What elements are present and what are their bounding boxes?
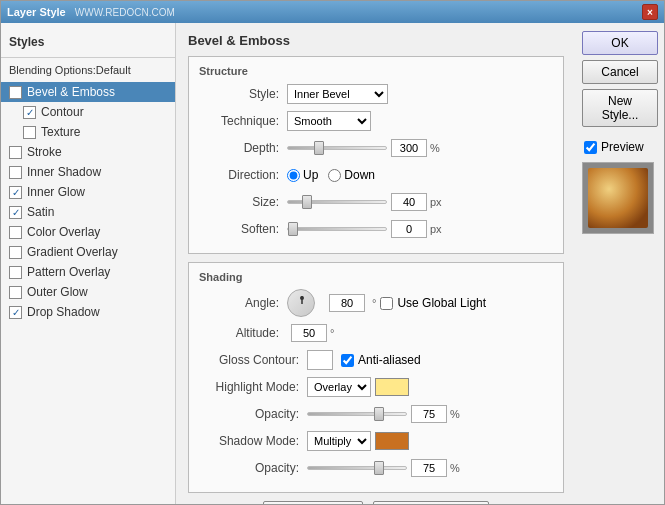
size-unit: px (430, 196, 442, 208)
shadow-color-swatch[interactable] (375, 432, 409, 450)
shading-section: Shading Angle: ° (188, 262, 564, 493)
gradient-overlay-checkbox[interactable] (9, 246, 22, 259)
altitude-input[interactable] (291, 324, 327, 342)
sidebar-item-label: Inner Shadow (27, 165, 101, 179)
sidebar-item-gradient-overlay[interactable]: Gradient Overlay (1, 242, 175, 262)
style-row: Style: Inner Bevel Outer Bevel Emboss Pi… (199, 83, 553, 105)
size-row: Size: px (199, 191, 553, 213)
close-button[interactable]: × (642, 4, 658, 20)
highlight-opacity-label: Opacity: (199, 407, 299, 421)
section-header: Bevel & Emboss (188, 33, 564, 48)
sidebar-item-pattern-overlay[interactable]: Pattern Overlay (1, 262, 175, 282)
outer-glow-checkbox[interactable] (9, 286, 22, 299)
highlight-mode-row: Highlight Mode: Overlay Normal Multiply … (199, 376, 553, 398)
highlight-mode-select[interactable]: Overlay Normal Multiply Screen (307, 377, 371, 397)
sidebar-item-inner-shadow[interactable]: Inner Shadow (1, 162, 175, 182)
direction-row: Direction: Up Down (199, 164, 553, 186)
angle-widget[interactable] (287, 289, 315, 317)
sidebar-item-bevel-emboss[interactable]: ✓ Bevel & Emboss (1, 82, 175, 102)
sidebar-item-satin[interactable]: ✓ Satin (1, 202, 175, 222)
style-select[interactable]: Inner Bevel Outer Bevel Emboss Pillow Em… (287, 84, 388, 104)
gloss-contour-row: Gloss Contour: Anti-aliased (199, 349, 553, 371)
direction-label: Direction: (199, 168, 279, 182)
angle-row: Angle: ° U (199, 289, 553, 317)
global-light-checkbox[interactable] (380, 297, 393, 310)
color-overlay-checkbox[interactable] (9, 226, 22, 239)
depth-label: Depth: (199, 141, 279, 155)
sidebar-item-outer-glow[interactable]: Outer Glow (1, 282, 175, 302)
style-label: Style: (199, 87, 279, 101)
depth-input[interactable] (391, 139, 427, 157)
technique-label: Technique: (199, 114, 279, 128)
sidebar-divider (1, 57, 175, 58)
reset-to-default-button[interactable]: Reset to Default (373, 501, 489, 504)
preview-area (582, 162, 654, 234)
shadow-opacity-label: Opacity: (199, 461, 299, 475)
cancel-button[interactable]: Cancel (582, 60, 658, 84)
texture-checkbox[interactable] (23, 126, 36, 139)
highlight-opacity-input[interactable] (411, 405, 447, 423)
angle-input[interactable] (329, 294, 365, 312)
bevel-emboss-checkbox[interactable]: ✓ (9, 86, 22, 99)
satin-checkbox[interactable]: ✓ (9, 206, 22, 219)
blending-options-label: Blending Options:Default (1, 62, 175, 78)
drop-shadow-checkbox[interactable]: ✓ (9, 306, 22, 319)
technique-row: Technique: Smooth Chisel Hard Chisel Sof… (199, 110, 553, 132)
angle-label: Angle: (199, 296, 279, 310)
sidebar-item-inner-glow[interactable]: ✓ Inner Glow (1, 182, 175, 202)
soften-slider[interactable] (287, 227, 387, 231)
size-input[interactable] (391, 193, 427, 211)
sidebar-item-stroke[interactable]: Stroke (1, 142, 175, 162)
highlight-color-swatch[interactable] (375, 378, 409, 396)
contour-checkbox[interactable]: ✓ (23, 106, 36, 119)
stroke-checkbox[interactable] (9, 146, 22, 159)
sidebar-item-label: Drop Shadow (27, 305, 100, 319)
sidebar-item-texture[interactable]: Texture (1, 122, 175, 142)
sidebar-title: Styles (1, 31, 175, 55)
inner-shadow-checkbox[interactable] (9, 166, 22, 179)
preview-checkbox[interactable] (584, 141, 597, 154)
shadow-opacity-input[interactable] (411, 459, 447, 477)
altitude-row: Altitude: ° (199, 322, 553, 344)
gloss-contour-swatch[interactable] (307, 350, 333, 370)
global-light-label[interactable]: Use Global Light (380, 296, 486, 310)
soften-input[interactable] (391, 220, 427, 238)
anti-aliased-checkbox[interactable] (341, 354, 354, 367)
sidebar-item-label: Inner Glow (27, 185, 85, 199)
structure-title: Structure (199, 65, 553, 77)
sidebar-item-label: Color Overlay (27, 225, 100, 239)
shading-title: Shading (199, 271, 553, 283)
title-bar: Layer Style WWW.REDOCN.COM × (1, 1, 664, 23)
inner-glow-checkbox[interactable]: ✓ (9, 186, 22, 199)
sidebar-item-label: Contour (41, 105, 84, 119)
shadow-opacity-slider[interactable] (307, 466, 407, 470)
make-default-button[interactable]: Make Default (263, 501, 364, 504)
sidebar-item-label: Bevel & Emboss (27, 85, 115, 99)
title-text: Layer Style WWW.REDOCN.COM (7, 6, 175, 18)
direction-up-radio[interactable]: Up (287, 168, 318, 182)
sidebar-item-color-overlay[interactable]: Color Overlay (1, 222, 175, 242)
sidebar-item-label: Outer Glow (27, 285, 88, 299)
anti-aliased-label[interactable]: Anti-aliased (341, 353, 421, 367)
size-slider[interactable] (287, 200, 387, 204)
structure-section: Structure Style: Inner Bevel Outer Bevel… (188, 56, 564, 254)
direction-down-radio[interactable]: Down (328, 168, 375, 182)
action-buttons-panel: OK Cancel New Style... Preview (576, 23, 664, 504)
shadow-opacity-unit: % (450, 462, 460, 474)
soften-row: Soften: px (199, 218, 553, 240)
ok-button[interactable]: OK (582, 31, 658, 55)
sidebar-item-drop-shadow[interactable]: ✓ Drop Shadow (1, 302, 175, 322)
shadow-mode-select[interactable]: Multiply Normal Screen Overlay (307, 431, 371, 451)
size-label: Size: (199, 195, 279, 209)
highlight-opacity-slider[interactable] (307, 412, 407, 416)
soften-unit: px (430, 223, 442, 235)
highlight-opacity-unit: % (450, 408, 460, 420)
new-style-button[interactable]: New Style... (582, 89, 658, 127)
sidebar-item-contour[interactable]: ✓ Contour (1, 102, 175, 122)
shadow-mode-label: Shadow Mode: (199, 434, 299, 448)
altitude-label: Altitude: (199, 326, 279, 340)
technique-select[interactable]: Smooth Chisel Hard Chisel Soft (287, 111, 371, 131)
depth-slider[interactable] (287, 146, 387, 150)
sidebar-item-label: Pattern Overlay (27, 265, 110, 279)
pattern-overlay-checkbox[interactable] (9, 266, 22, 279)
